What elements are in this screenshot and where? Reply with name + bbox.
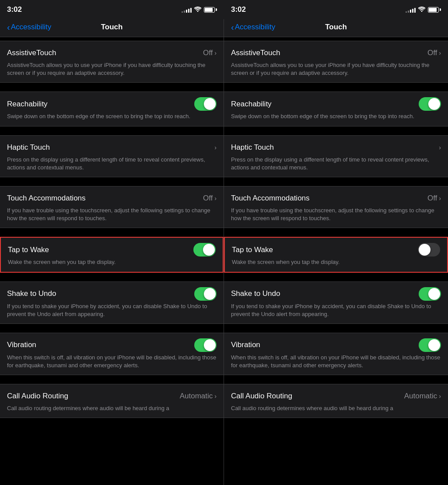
assistivetouch-label: AssistiveTouch: [7, 49, 56, 57]
battery-icon: [204, 7, 217, 13]
touch-accommodations-value: Off: [203, 194, 213, 203]
settings-group-vibration: Vibration When this switch is off, all v…: [224, 333, 448, 375]
call-audio-routing-desc: Call audio routing determines where audi…: [231, 404, 441, 412]
settings-item-reachability[interactable]: Reachability Swipe down on the bottom ed…: [0, 92, 224, 126]
shake-to-undo-label: Shake to Undo: [7, 289, 56, 298]
back-button-right[interactable]: ‹ Accessibility: [231, 23, 275, 32]
vibration-label: Vibration: [7, 341, 36, 349]
wifi-icon: [418, 6, 425, 13]
settings-group-call-audio-routing: Call Audio RoutingAutomatic›Call audio r…: [0, 384, 224, 418]
section-separator: [224, 127, 448, 135]
back-label-left: Accessibility: [11, 23, 52, 32]
settings-item-haptic-touch[interactable]: Haptic Touch›Press on the display using …: [224, 136, 448, 177]
reachability-right: [419, 97, 441, 111]
toggle-switch[interactable]: [193, 243, 216, 257]
touch-accommodations-desc: If you have trouble using the touchscree…: [7, 207, 217, 222]
status-bar-left: 3:02: [0, 0, 224, 19]
haptic-touch-desc: Press on the display using a different l…: [231, 156, 441, 172]
back-chevron-icon-left: ‹: [7, 23, 10, 32]
settings-item-call-audio-routing[interactable]: Call Audio RoutingAutomatic›Call audio r…: [224, 384, 448, 418]
haptic-touch-desc: Press on the display using a different l…: [7, 156, 217, 172]
call-audio-routing-label: Call Audio Routing: [7, 392, 68, 401]
call-audio-routing-desc: Call audio routing determines where audi…: [7, 404, 217, 412]
toggle-switch[interactable]: [419, 97, 441, 111]
settings-group-call-audio-routing: Call Audio RoutingAutomatic›Call audio r…: [224, 384, 448, 418]
settings-item-vibration[interactable]: Vibration When this switch is off, all v…: [224, 333, 448, 375]
settings-item-touch-accommodations[interactable]: Touch AccommodationsOff›If you have trou…: [224, 186, 448, 228]
chevron-right-icon: ›: [214, 144, 217, 151]
reachability-label: Reachability: [231, 100, 272, 109]
settings-group-tap-to-wake: Tap to Wake Wake the screen when you tap…: [224, 237, 448, 272]
nav-title-right: Touch: [325, 23, 347, 32]
content-area: AssistiveTouchOff›AssistiveTouch allows …: [0, 37, 448, 485]
panel-right: AssistiveTouchOff›AssistiveTouch allows …: [224, 37, 448, 485]
nav-title-left: Touch: [101, 23, 123, 32]
tap-to-wake-right: [418, 243, 440, 257]
toggle-switch[interactable]: [194, 97, 217, 111]
assistivetouch-value: Off: [427, 49, 437, 57]
section-separator: [224, 273, 448, 281]
section-separator: [224, 375, 448, 384]
status-icons-left: [182, 6, 217, 13]
toggle-switch[interactable]: [418, 243, 440, 257]
call-audio-routing-label: Call Audio Routing: [231, 392, 292, 401]
settings-item-reachability[interactable]: Reachability Swipe down on the bottom ed…: [224, 92, 448, 126]
shake-to-undo-desc: If you tend to shake your iPhone by acci…: [7, 302, 217, 318]
tap-to-wake-desc: Wake the screen when you tap the display…: [8, 258, 216, 266]
settings-group-touch-accommodations: Touch AccommodationsOff›If you have trou…: [0, 186, 224, 228]
reachability-desc: Swipe down on the bottom edge of the scr…: [7, 112, 217, 120]
settings-item-assistivetouch[interactable]: AssistiveTouchOff›AssistiveTouch allows …: [224, 41, 448, 82]
assistivetouch-label: AssistiveTouch: [231, 49, 280, 57]
toggle-switch[interactable]: [419, 287, 441, 301]
vibration-label: Vibration: [231, 341, 260, 349]
status-time-right: 3:02: [231, 5, 246, 14]
status-time-left: 3:02: [7, 5, 22, 14]
toggle-switch[interactable]: [419, 338, 441, 352]
touch-accommodations-value: Off: [427, 194, 437, 203]
settings-group-haptic-touch: Haptic Touch›Press on the display using …: [0, 135, 224, 177]
section-separator: [0, 127, 224, 135]
haptic-touch-right: ›: [214, 144, 217, 151]
touch-accommodations-label: Touch Accommodations: [231, 194, 310, 203]
toggle-switch[interactable]: [194, 287, 217, 301]
section-separator: [0, 228, 224, 237]
settings-item-call-audio-routing[interactable]: Call Audio RoutingAutomatic›Call audio r…: [0, 384, 224, 418]
settings-item-shake-to-undo[interactable]: Shake to Undo If you tend to shake your …: [224, 282, 448, 323]
call-audio-routing-value: Automatic: [180, 392, 213, 401]
vibration-desc: When this switch is off, all vibration o…: [231, 354, 441, 369]
settings-item-assistivetouch[interactable]: AssistiveTouchOff›AssistiveTouch allows …: [0, 41, 224, 82]
section-separator: [0, 177, 224, 186]
vibration-desc: When this switch is off, all vibration o…: [7, 354, 217, 369]
settings-group-shake-to-undo: Shake to Undo If you tend to shake your …: [224, 281, 448, 324]
tap-to-wake-label: Tap to Wake: [232, 246, 273, 254]
reachability-label: Reachability: [7, 100, 48, 109]
touch-accommodations-label: Touch Accommodations: [7, 194, 86, 203]
settings-group-vibration: Vibration When this switch is off, all v…: [0, 333, 224, 375]
shake-to-undo-label: Shake to Undo: [231, 289, 280, 298]
call-audio-routing-right: Automatic›: [404, 392, 441, 401]
settings-item-vibration[interactable]: Vibration When this switch is off, all v…: [0, 333, 224, 375]
settings-item-touch-accommodations[interactable]: Touch AccommodationsOff›If you have trou…: [0, 186, 224, 228]
section-separator: [224, 324, 448, 333]
back-button-left[interactable]: ‹ Accessibility: [7, 23, 51, 32]
nav-bar-right: ‹ Accessibility Touch: [224, 19, 448, 37]
signal-icon: [182, 7, 192, 13]
wifi-icon: [194, 6, 201, 13]
settings-item-tap-to-wake[interactable]: Tap to Wake Wake the screen when you tap…: [1, 238, 223, 271]
section-separator: [0, 375, 224, 384]
panel-left: AssistiveTouchOff›AssistiveTouch allows …: [0, 37, 224, 485]
section-separator: [0, 83, 224, 91]
chevron-right-icon: ›: [439, 393, 441, 400]
shake-to-undo-desc: If you tend to shake your iPhone by acci…: [231, 302, 441, 318]
settings-group-assistivetouch: AssistiveTouchOff›AssistiveTouch allows …: [0, 41, 224, 83]
settings-group-touch-accommodations: Touch AccommodationsOff›If you have trou…: [224, 186, 448, 228]
settings-item-tap-to-wake[interactable]: Tap to Wake Wake the screen when you tap…: [225, 238, 447, 271]
touch-accommodations-desc: If you have trouble using the touchscree…: [231, 207, 441, 222]
settings-item-shake-to-undo[interactable]: Shake to Undo If you tend to shake your …: [0, 282, 224, 323]
vibration-right: [419, 338, 441, 352]
settings-item-haptic-touch[interactable]: Haptic Touch›Press on the display using …: [0, 136, 224, 177]
toggle-switch[interactable]: [194, 338, 217, 352]
assistivetouch-value: Off: [203, 49, 213, 57]
haptic-touch-label: Haptic Touch: [7, 143, 50, 152]
chevron-right-icon: ›: [439, 144, 441, 151]
